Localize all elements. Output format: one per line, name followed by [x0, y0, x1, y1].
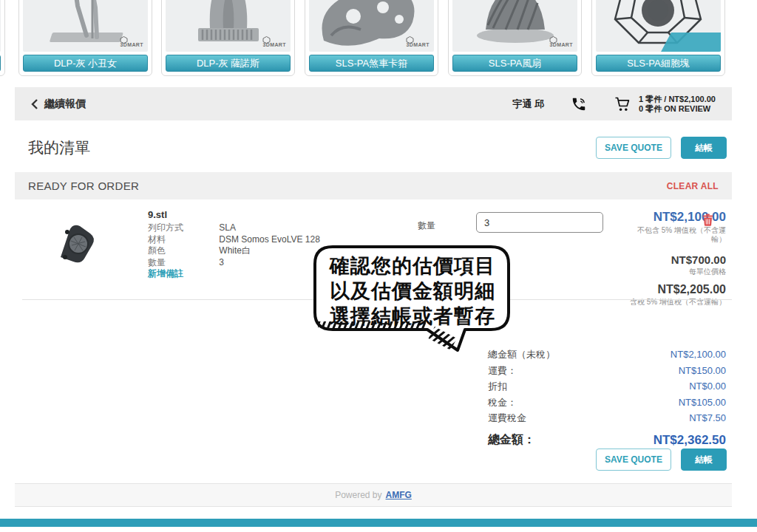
total-label: 折扣: [488, 380, 507, 393]
total-value: NT$105.00: [679, 397, 726, 408]
carousel-card-fan[interactable]: 3DMART SLS-PA風扇: [448, 0, 582, 76]
quote-totals: 總金額（未稅） NT$2,100.00 運費： NT$150.00 折扣 NT$…: [488, 348, 726, 451]
price-incl-tax: NT$2,205.00: [602, 283, 726, 296]
carousel-card-cell[interactable]: SLS-PA細胞塊: [591, 0, 725, 76]
phone-icon[interactable]: [571, 96, 587, 112]
unit-price-note: 每單位價格: [624, 267, 726, 276]
spec-value: 3: [219, 257, 224, 267]
bubble-line: 選擇結帳或者暫存: [330, 304, 495, 329]
quantity-input[interactable]: [476, 212, 603, 233]
3dmart-watermark: 3DMART: [406, 36, 430, 50]
product-label: [0, 55, 1, 72]
product-photo: [596, 0, 721, 52]
spec-label: 顏色: [148, 245, 217, 257]
quote-header-bar: 繼續報價 宇通 邱 1 零件 / NT$2,100.00 0 零件 ON REV…: [15, 87, 732, 120]
grand-total-value: NT$2,362.50: [654, 433, 726, 448]
spec-value: SLA: [219, 222, 236, 233]
cart-summary[interactable]: 1 零件 / NT$2,100.00 0 零件 ON REVIEW: [614, 95, 716, 114]
part-thumbnail: [47, 219, 103, 267]
continue-quote-label: 繼續報價: [44, 98, 86, 111]
save-quote-button-bottom[interactable]: SAVE QUOTE: [596, 449, 671, 471]
back-chevron-icon: [31, 99, 38, 109]
carousel-card-thanos[interactable]: 3DMART DLP-灰 薩諾斯: [161, 0, 295, 76]
photo-corner-ribbon: [661, 33, 721, 52]
cart-line-review: 0 零件 ON REVIEW: [639, 104, 716, 114]
user-name[interactable]: 宇通 邱: [512, 98, 544, 111]
add-note-link[interactable]: 新增備註: [148, 267, 183, 280]
total-value: NT$2,100.00: [671, 349, 726, 360]
part-specs: 列印方式 SLA 材料 DSM Somos EvoLVE 128 顏色 Whit…: [148, 222, 320, 268]
bottom-accent-bar: [0, 519, 757, 527]
total-value: NT$0.00: [689, 381, 726, 392]
bubble-line: 確認您的估價項目: [330, 253, 495, 279]
product-label: SLS-PA細胞塊: [596, 55, 721, 72]
unit-price: NT$700.00: [602, 253, 726, 266]
product-photo: 3DMART: [452, 0, 577, 52]
grand-total-label: 總金額：: [488, 432, 535, 448]
carousel-card-caliper[interactable]: 3DMART SLS-PA煞車卡箝: [305, 0, 438, 76]
product-label: SLS-PA煞車卡箝: [309, 55, 434, 72]
powered-by-text: Powered by: [335, 490, 381, 500]
product-carousel: 3DMART DLP-灰 小丑女 3DMART DLP-灰: [0, 0, 757, 83]
item-total-price-note: 不包含 5% 增值稅（不含運輸）: [624, 226, 726, 244]
part-image: [47, 219, 103, 267]
save-quote-button[interactable]: SAVE QUOTE: [596, 137, 671, 159]
3dmart-logo-icon: [120, 36, 128, 44]
total-label: 運費稅金: [488, 412, 526, 425]
bubble-line: 以及估價金額明細: [330, 279, 495, 304]
footer-bar: Powered by AMFG: [15, 483, 732, 507]
total-label: 稅金：: [488, 396, 517, 409]
product-label: DLP-灰 小丑女: [23, 55, 148, 72]
part-filename: 9.stl: [148, 209, 167, 220]
spec-label: 材料: [148, 234, 217, 246]
3dmart-watermark: 3DMART: [120, 36, 143, 50]
quantity-label: 數量: [418, 219, 435, 232]
3dmart-logo-icon: [406, 36, 414, 44]
delete-item-button[interactable]: [702, 214, 713, 226]
product-label: DLP-灰 薩諾斯: [166, 55, 291, 72]
total-value: NT$150.00: [679, 365, 726, 376]
spec-value: White白: [219, 245, 251, 256]
annotation-speech-bubble: 確認您的估價項目 以及估價金額明細 選擇結帳或者暫存: [310, 244, 515, 355]
product-photo: [0, 0, 1, 52]
product-photo: 3DMART: [309, 0, 434, 52]
3dmart-logo-icon: [549, 36, 557, 44]
total-label: 運費：: [488, 364, 517, 378]
amfg-link[interactable]: AMFG: [386, 490, 412, 500]
cart-line-parts: 1 零件 / NT$2,100.00: [639, 95, 716, 104]
product-label: SLS-PA風扇: [452, 55, 577, 72]
clear-all-button[interactable]: CLEAR ALL: [667, 181, 719, 191]
page-title: 我的清單: [28, 137, 90, 158]
carousel-card-partial[interactable]: [0, 0, 5, 76]
carousel-card-harley[interactable]: 3DMART DLP-灰 小丑女: [18, 0, 152, 76]
product-photo: 3DMART: [166, 0, 291, 52]
trash-icon: [702, 214, 713, 226]
continue-quote-link[interactable]: 繼續報價: [31, 98, 86, 111]
checkout-button-bottom[interactable]: 結帳: [681, 449, 727, 471]
spec-label: 數量: [148, 257, 217, 269]
product-photo: 3DMART: [23, 0, 148, 52]
3dmart-watermark: 3DMART: [262, 36, 286, 50]
3dmart-watermark: 3DMART: [549, 36, 573, 50]
checkout-button[interactable]: 結帳: [681, 137, 727, 159]
3dmart-logo-icon: [262, 36, 271, 44]
spec-value: DSM Somos EvoLVE 128: [219, 234, 320, 245]
section-title: READY FOR ORDER: [28, 180, 139, 192]
ready-for-order-section: READY FOR ORDER CLEAR ALL: [15, 172, 732, 200]
spec-label: 列印方式: [148, 222, 217, 234]
total-value: NT$7.50: [689, 412, 726, 423]
total-label: 總金額（未稅）: [488, 348, 555, 361]
cart-icon: [614, 95, 631, 113]
